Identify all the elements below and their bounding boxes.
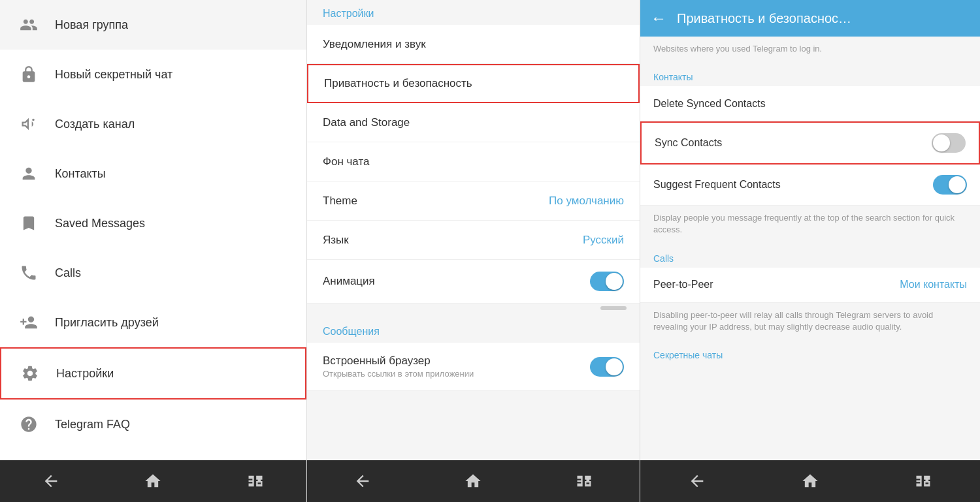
menu-item-invite-friends[interactable]: Пригласить друзей: [0, 298, 306, 347]
settings-title: Настройки: [307, 0, 640, 25]
settings-item-chat-bg[interactable]: Фон чата: [307, 142, 640, 181]
menu-item-new-group[interactable]: Новая группа: [0, 0, 306, 50]
menu-label-create-channel: Создать канал: [55, 118, 135, 131]
menu-list: Новая группа Новый секретный чат Создать…: [0, 0, 306, 460]
menu-label-secret-chat: Новый секретный чат: [55, 68, 172, 82]
question-icon: [16, 411, 42, 437]
language-value: Русский: [583, 234, 624, 247]
add-person-icon: [16, 309, 42, 336]
back-arrow-icon[interactable]: ←: [651, 9, 666, 27]
menu-label-contacts: Контакты: [55, 167, 106, 181]
back-button-right[interactable]: [678, 468, 717, 494]
settings-item-privacy[interactable]: Приватность и безопасность: [307, 64, 640, 103]
settings-item-data-storage[interactable]: Data and Storage: [307, 103, 640, 142]
notifications-label: Уведомления и звук: [323, 38, 426, 51]
right-header-title: Приватность и безопаснос…: [677, 11, 851, 26]
browser-label: Встроенный браузер: [323, 354, 474, 368]
back-button-left[interactable]: [31, 468, 71, 494]
settings-item-language[interactable]: Язык Русский: [307, 221, 640, 260]
suggest-frequent-toggle[interactable]: [933, 175, 967, 195]
delete-synced-contacts-item[interactable]: Delete Synced Contacts: [640, 86, 980, 121]
menu-item-secret-chat[interactable]: Новый секретный чат: [0, 50, 306, 99]
theme-label: Theme: [323, 195, 357, 208]
recent-button-left[interactable]: [236, 468, 275, 494]
settings-item-browser[interactable]: Встроенный браузер Открывать ссылки в эт…: [307, 343, 640, 391]
menu-item-calls[interactable]: Calls: [0, 248, 306, 298]
person-icon: [16, 161, 42, 187]
menu-item-create-channel[interactable]: Создать канал: [0, 99, 306, 149]
browser-toggle[interactable]: [590, 357, 624, 377]
right-panel: ← Приватность и безопаснос… Websites whe…: [640, 0, 980, 502]
animation-label: Анимация: [323, 275, 375, 288]
middle-bottom-bar: [307, 460, 640, 502]
menu-item-saved-messages[interactable]: Saved Messages: [0, 198, 306, 248]
browser-sublabel: Открывать ссылки в этом приложении: [323, 369, 474, 379]
home-button-left[interactable]: [133, 468, 172, 494]
chat-bg-label: Фон чата: [323, 155, 369, 168]
lock-icon: [16, 61, 42, 87]
sync-contacts-item[interactable]: Sync Contacts: [640, 121, 980, 165]
settings-item-notifications[interactable]: Уведомления и звук: [307, 25, 640, 64]
recent-button-middle[interactable]: [564, 468, 604, 494]
phone-icon: [16, 260, 42, 286]
settings-item-animation[interactable]: Анимация: [307, 260, 640, 304]
suggest-frequent-label: Suggest Frequent Contacts: [653, 179, 781, 191]
data-storage-label: Data and Storage: [323, 116, 410, 129]
gear-icon: [17, 360, 43, 386]
peer-to-peer-value: Мои контакты: [900, 279, 967, 290]
menu-label-saved-messages: Saved Messages: [55, 217, 145, 230]
middle-panel: Настройки Уведомления и звук Приватность…: [307, 0, 640, 502]
right-header: ← Приватность и безопаснос…: [640, 0, 980, 37]
language-label: Язык: [323, 234, 349, 247]
menu-item-contacts[interactable]: Контакты: [0, 149, 306, 198]
back-button-middle[interactable]: [343, 468, 382, 494]
privacy-label: Приватность и безопасность: [324, 77, 472, 90]
animation-toggle[interactable]: [590, 272, 624, 291]
home-button-middle[interactable]: [453, 468, 493, 494]
menu-item-faq[interactable]: Telegram FAQ: [0, 400, 306, 449]
messages-section-label: Сообщения: [307, 318, 640, 343]
menu-label-calls: Calls: [55, 266, 81, 280]
menu-label-invite-friends: Пригласить друзей: [55, 316, 159, 330]
group-icon: [16, 12, 42, 38]
p2p-info: Disabling peer-to-peer will relay all ca…: [640, 303, 980, 342]
recent-button-right[interactable]: [904, 468, 943, 494]
home-button-right[interactable]: [791, 468, 830, 494]
frequent-info: Display people you message frequently at…: [640, 206, 980, 245]
contacts-section-label: Контакты: [640, 64, 980, 86]
settings-item-theme[interactable]: Theme По умолчанию: [307, 181, 640, 221]
delete-synced-label: Delete Synced Contacts: [653, 98, 766, 110]
right-bottom-bar: [640, 460, 980, 502]
menu-item-settings[interactable]: Настройки: [0, 347, 306, 400]
left-panel: Новая группа Новый секретный чат Создать…: [0, 0, 307, 502]
menu-label-faq: Telegram FAQ: [55, 418, 130, 431]
menu-label-new-group: Новая группа: [55, 18, 128, 32]
peer-to-peer-label: Peer-to-Peer: [653, 279, 713, 290]
sync-contacts-label: Sync Contacts: [655, 137, 722, 149]
menu-label-settings: Настройки: [56, 367, 114, 381]
bookmark-icon: [16, 210, 42, 236]
sync-contacts-toggle[interactable]: [932, 133, 966, 153]
channel-icon: [16, 111, 42, 137]
theme-value: По умолчанию: [549, 195, 624, 208]
suggest-frequent-contacts-item[interactable]: Suggest Frequent Contacts: [640, 165, 980, 206]
left-bottom-bar: [0, 460, 306, 502]
secret-chats-section-label: Секретные чаты: [640, 342, 980, 364]
calls-section-label: Calls: [640, 245, 980, 268]
websites-info: Websites where you used Telegram to log …: [640, 37, 980, 64]
peer-to-peer-item[interactable]: Peer-to-Peer Мои контакты: [640, 268, 980, 303]
